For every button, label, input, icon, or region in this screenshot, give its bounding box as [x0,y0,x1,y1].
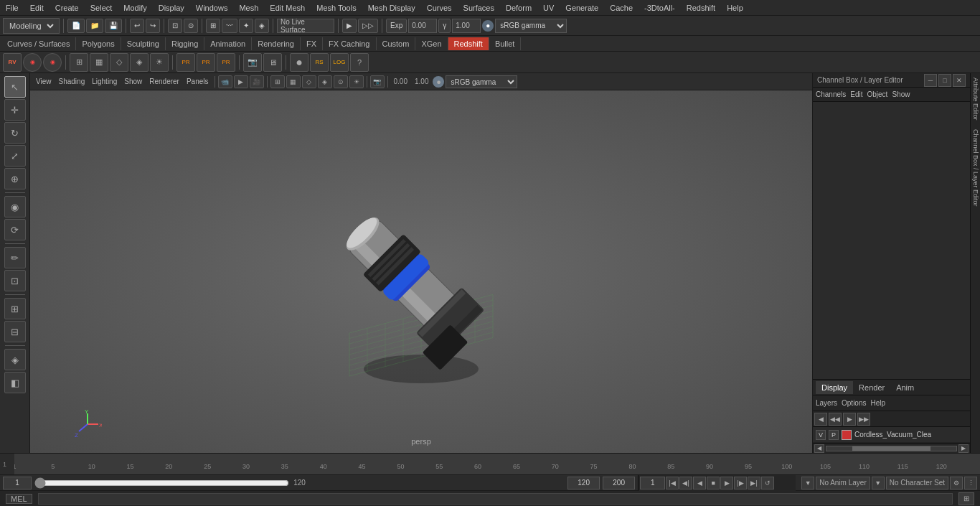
layer-render-tab[interactable]: Render [853,381,890,394]
vp-cam-btn[interactable]: 📷 [370,75,385,88]
help-sub-tab[interactable]: Help [870,399,885,407]
menu-cache[interactable]: Cache [607,2,636,14]
tab-bullet[interactable]: Bullet [489,37,522,50]
undo-btn[interactable]: ↩ [130,19,144,33]
menu-select[interactable]: Select [88,2,116,14]
cb-edit-tab[interactable]: Edit [850,90,862,98]
cb-object-tab[interactable]: Object [867,90,888,98]
select-tool-btn[interactable]: ↖ [4,76,26,98]
save-file-btn[interactable]: 💾 [105,19,122,33]
menu-redshift[interactable]: Redshift [684,2,718,14]
stop-btn[interactable]: ■ [707,477,720,489]
snap-align-btn[interactable]: ⊟ [4,321,26,342]
menu-mesh-display[interactable]: Mesh Display [365,2,418,14]
open-file-btn[interactable]: 📁 [86,19,103,33]
transform-tool-btn[interactable]: ⊕ [4,168,26,189]
snap-view-btn[interactable]: ◈ [255,19,269,33]
vp-panels-menu[interactable]: Panels [184,76,212,87]
vp-textured-btn[interactable]: ◈ [318,75,332,88]
script-editor-btn[interactable]: ⊞ [958,492,974,505]
menu-mesh[interactable]: Mesh [236,2,261,14]
vp-ao-btn[interactable]: ⊙ [334,75,348,88]
layer-anim-tab[interactable]: Anim [890,381,920,394]
scroll-right-arrow[interactable]: ▶ [958,444,969,453]
gamma-input[interactable] [452,19,481,33]
layer-fwd-btn[interactable]: ▶ [843,413,856,426]
vp-colorspace-select[interactable]: sRGB gamma [446,75,517,88]
play-back-btn[interactable]: ◀ [693,477,706,489]
menu-display[interactable]: Display [156,2,187,14]
ipr2-btn[interactable]: ◉ [43,53,62,72]
move-tool-btn[interactable]: ✛ [4,99,26,121]
cb-show-tab[interactable]: Show [892,90,910,98]
vp-show-menu[interactable]: Show [121,76,145,87]
rv-btn[interactable]: RV [3,53,22,72]
scroll-track[interactable] [826,446,957,451]
snap-grid-btn[interactable]: ⊞ [206,19,220,33]
tab-sculpting[interactable]: Sculpting [121,37,166,50]
vp-wireframe-btn[interactable]: ▦ [286,75,301,88]
menu-modify[interactable]: Modify [121,2,149,14]
wireframe-btn[interactable]: ▦ [90,53,108,72]
soft-select-btn[interactable]: ◉ [4,196,26,217]
colorspace-picker[interactable]: ● [482,20,494,32]
lasso-btn[interactable]: ⊙ [184,19,198,33]
redo-btn[interactable]: ↪ [146,19,160,33]
right-panel-scrollbar[interactable]: ◀ ▶ [813,443,970,453]
cb-close-btn[interactable]: ✕ [953,74,966,87]
menu-deform[interactable]: Deform [503,2,534,14]
layer-back-btn[interactable]: ◀ [814,413,827,426]
mode-dropdown[interactable]: Modeling Rigging Animation [6,21,56,31]
playback-frame-input[interactable] [640,477,665,489]
scroll-left-arrow[interactable]: ◀ [814,444,824,453]
layer-back2-btn[interactable]: ◀◀ [829,413,842,426]
menu-help[interactable]: Help [724,2,746,14]
colorspace-dot[interactable]: ● [433,76,444,88]
camera-btn[interactable]: 📷 [243,53,262,72]
display-btn[interactable]: 🖥 [263,53,282,72]
new-file-btn[interactable]: 📄 [67,19,85,33]
menu-mesh-tools[interactable]: Mesh Tools [314,2,359,14]
tab-xgen[interactable]: XGen [415,37,448,50]
menu-edit[interactable]: Edit [27,2,47,14]
step-fwd-btn[interactable]: |▶ [734,477,747,489]
step-back-btn[interactable]: ◀| [679,477,692,489]
menu-create[interactable]: Create [52,2,82,14]
vp-shading-menu[interactable]: Shading [56,76,88,87]
viewport-3d[interactable]: X Y Z persp [30,90,812,453]
ipr-btn[interactable]: ◉ [23,53,42,72]
vp-icon2[interactable]: ▶ [234,75,248,88]
paint-select-btn[interactable]: ✏ [4,247,26,268]
menu-file[interactable]: File [3,2,22,14]
tab-rigging[interactable]: Rigging [166,37,204,50]
vp-renderer-menu[interactable]: Renderer [146,76,182,87]
render-seq-btn[interactable]: ▷▷ [358,19,378,33]
show-manip-btn[interactable]: ◈ [4,349,26,370]
layer-display-tab[interactable]: Display [816,381,853,394]
vp-view-menu[interactable]: View [33,76,55,87]
frame-slider[interactable] [34,478,289,488]
anim-layer-arrow[interactable]: ▼ [801,477,814,489]
layer-v-indicator[interactable]: V [816,430,826,440]
current-frame-input[interactable] [3,477,32,489]
snap-curve-btn[interactable]: 〰 [222,19,237,33]
rs-icon1[interactable]: PR [176,53,195,72]
menu-surfaces[interactable]: Surfaces [461,2,497,14]
snap-point-btn[interactable]: ✦ [239,19,253,33]
rs-log[interactable]: LOG [330,53,349,72]
rs-render2[interactable]: RS [310,53,329,72]
vp-lighting-menu[interactable]: Lighting [89,76,120,87]
light-btn[interactable]: ☀ [150,53,169,72]
menu-edit-mesh[interactable]: Edit Mesh [267,2,308,14]
vp-grid-btn[interactable]: ⊞ [270,75,285,88]
vp-light2-btn[interactable]: ☀ [349,75,364,88]
textured-btn[interactable]: ◈ [130,53,149,72]
cb-channels-tab[interactable]: Channels [816,90,846,98]
marquee-btn[interactable]: ⊡ [4,270,26,291]
rs-sphere[interactable]: ● [290,53,308,72]
anim-extra-btn[interactable]: ⋮ [964,477,977,489]
vp-icon3[interactable]: 🎥 [250,75,264,88]
tab-curves-surfaces[interactable]: Curves / Surfaces [1,37,76,50]
layer-fwd2-btn[interactable]: ▶▶ [857,413,870,426]
select-mode-btn[interactable]: ⊡ [168,19,182,33]
